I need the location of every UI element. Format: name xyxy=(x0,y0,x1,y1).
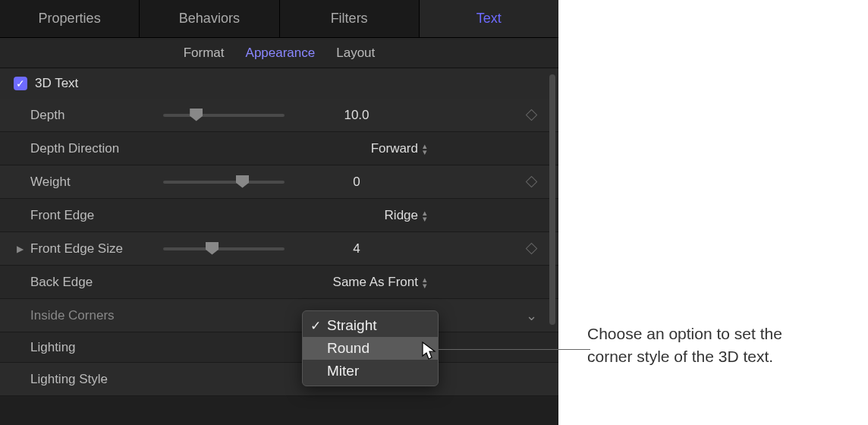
value-weight[interactable]: 0 xyxy=(300,175,414,190)
disclosure-front-edge-size[interactable]: ▶ xyxy=(17,244,24,254)
row-depth-direction: Depth Direction Forward ▴▾ xyxy=(0,132,558,165)
checkbox-3d-text[interactable]: ✓ xyxy=(14,77,27,90)
parameter-rows: Depth 10.0 Depth Direction Forward ▴▾ We… xyxy=(0,99,558,396)
value-front-edge: Ridge xyxy=(385,208,418,223)
row-back-edge: Back Edge Same As Front ▴▾ xyxy=(0,266,558,299)
tab-text[interactable]: Text xyxy=(420,0,558,37)
subtab-layout[interactable]: Layout xyxy=(336,46,375,61)
updown-icon: ▴▾ xyxy=(423,276,427,288)
slider-front-edge-size[interactable] xyxy=(163,247,285,250)
label-depth: Depth xyxy=(30,108,163,123)
keyframe-front-edge-size[interactable] xyxy=(526,243,538,255)
row-lighting-style: Lighting Style Standard ▴▾ xyxy=(0,363,558,396)
label-front-edge: Front Edge xyxy=(30,208,163,223)
annotation-text: Choose an option to set the corner style… xyxy=(587,323,782,369)
dropdown-front-edge[interactable]: Ridge ▴▾ xyxy=(163,208,545,223)
label-front-edge-size: Front Edge Size xyxy=(30,241,163,257)
slider-depth[interactable] xyxy=(163,114,285,117)
popup-label-round: Round xyxy=(327,340,370,357)
popup-label-miter: Miter xyxy=(327,363,359,379)
check-icon: ✓ xyxy=(310,318,327,334)
tab-filters[interactable]: Filters xyxy=(280,0,420,37)
inspector-panel: Properties Behaviors Filters Text Format… xyxy=(0,0,558,425)
row-front-edge-size: ▶ Front Edge Size 4 xyxy=(0,232,558,266)
value-front-edge-size[interactable]: 4 xyxy=(300,241,414,257)
slider-weight[interactable] xyxy=(163,181,285,184)
dropdown-back-edge[interactable]: Same As Front ▴▾ xyxy=(163,275,545,290)
section-title: 3D Text xyxy=(35,76,78,91)
popup-inside-corners: ✓ Straight Round Miter xyxy=(302,310,439,386)
label-weight: Weight xyxy=(30,175,163,190)
subtab-appearance[interactable]: Appearance xyxy=(246,46,316,61)
row-inside-corners: Inside Corners ⌄ xyxy=(0,299,558,332)
popup-item-miter[interactable]: Miter xyxy=(303,360,438,382)
subtab-bar: Format Appearance Layout xyxy=(0,38,558,68)
label-lighting-style: Lighting Style xyxy=(30,372,163,387)
updown-icon: ▴▾ xyxy=(423,209,427,222)
value-depth-direction: Forward xyxy=(371,141,418,156)
annotation-line1: Choose an option to set the xyxy=(587,325,782,342)
row-front-edge: Front Edge Ridge ▴▾ xyxy=(0,199,558,232)
popup-item-round[interactable]: Round xyxy=(303,337,438,360)
row-lighting-section: Lighting xyxy=(0,332,558,363)
label-lighting: Lighting xyxy=(30,340,76,355)
label-depth-direction: Depth Direction xyxy=(30,141,163,156)
dropdown-depth-direction[interactable]: Forward ▴▾ xyxy=(163,141,545,156)
scrollbar[interactable] xyxy=(549,74,555,325)
popup-label-straight: Straight xyxy=(327,317,376,334)
section-3d-text: ✓ 3D Text xyxy=(0,68,558,99)
label-back-edge: Back Edge xyxy=(30,275,163,290)
subtab-format[interactable]: Format xyxy=(184,46,225,61)
chevron-down-icon[interactable]: ⌄ xyxy=(526,307,537,324)
keyframe-weight[interactable] xyxy=(526,176,538,188)
keyframe-depth[interactable] xyxy=(526,109,538,121)
slider-thumb-front-edge-size[interactable] xyxy=(206,242,219,255)
annotation-line2: corner style of the 3D text. xyxy=(587,348,773,365)
label-inside-corners: Inside Corners xyxy=(30,308,163,323)
slider-thumb-depth[interactable] xyxy=(190,109,203,121)
row-weight: Weight 0 xyxy=(0,165,558,199)
tab-behaviors[interactable]: Behaviors xyxy=(140,0,279,37)
row-depth: Depth 10.0 xyxy=(0,99,558,132)
value-back-edge: Same As Front xyxy=(333,275,418,290)
tab-properties[interactable]: Properties xyxy=(0,0,140,37)
value-depth[interactable]: 10.0 xyxy=(300,108,414,123)
slider-thumb-weight[interactable] xyxy=(236,175,249,188)
annotation-leader-line xyxy=(439,349,590,350)
updown-icon: ▴▾ xyxy=(423,143,427,155)
tab-bar: Properties Behaviors Filters Text xyxy=(0,0,558,38)
popup-item-straight[interactable]: ✓ Straight xyxy=(303,314,438,337)
